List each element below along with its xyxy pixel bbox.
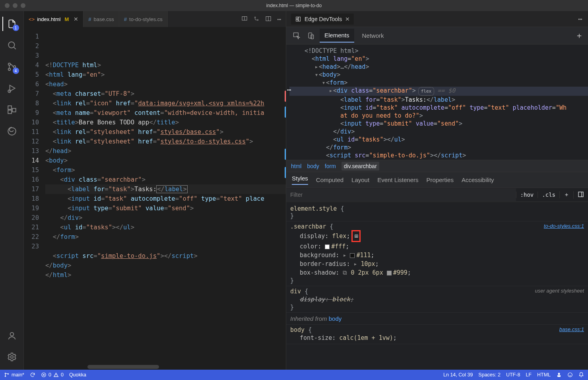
dom-node[interactable]: ▾<body> xyxy=(289,71,588,79)
run-debug-icon[interactable] xyxy=(2,79,21,98)
styles-tabbar: StylesComputedLayoutEvent ListenersPrope… xyxy=(286,172,588,188)
styles-tab[interactable]: Accessibility xyxy=(462,176,494,183)
dom-node[interactable]: at do you need to do?"> xyxy=(289,112,588,120)
source-control-icon[interactable]: 4 xyxy=(2,57,21,76)
split-editor-icon[interactable] xyxy=(265,16,272,23)
notifications-icon[interactable] xyxy=(578,372,584,378)
language-mode[interactable]: HTML xyxy=(537,372,551,378)
accounts-icon[interactable] xyxy=(2,326,21,345)
devtools-panel: Edge DevTools ✕ ⋯ Elements Network ＋ <!D… xyxy=(286,11,588,370)
cls-toggle[interactable]: .cls xyxy=(538,192,559,198)
inherited-from: Inherited from body xyxy=(286,313,588,325)
titlebar: index.html — simple-to-do xyxy=(0,0,588,11)
compare-changes-icon[interactable] xyxy=(253,16,260,23)
dom-node[interactable]: <label for="task">Tasks:</label> xyxy=(289,96,588,104)
code-editor[interactable]: 1234567891011121314151617181920212223 <!… xyxy=(24,27,286,365)
scm-badge: 4 xyxy=(13,68,19,74)
sync-icon[interactable] xyxy=(30,372,35,378)
explorer-badge: 1 xyxy=(13,25,19,31)
window-controls[interactable] xyxy=(5,3,25,8)
svg-point-2 xyxy=(8,68,10,70)
breadcrumb-item[interactable]: form xyxy=(325,163,336,169)
styles-filter-bar: :hov .cls ＋ xyxy=(286,188,588,202)
styles-tab[interactable]: Styles xyxy=(292,175,308,185)
svg-rect-15 xyxy=(296,19,298,21)
svg-rect-20 xyxy=(578,192,583,197)
dom-node[interactable]: <input id="task" autocomplete="off" type… xyxy=(289,104,588,112)
styles-tab[interactable]: Properties xyxy=(427,176,454,183)
eol[interactable]: LF xyxy=(526,372,532,378)
inspect-element-icon[interactable] xyxy=(291,30,302,41)
css-rule[interactable]: element.style {} xyxy=(286,204,588,221)
dom-node[interactable]: <ul id="tasks"></ul> xyxy=(289,136,588,143)
device-emulation-icon[interactable] xyxy=(305,30,316,41)
editor-tabbar: <>index.htmlM✕#base.css#to-do-styles.cs … xyxy=(24,11,286,27)
svg-rect-14 xyxy=(296,17,298,19)
encoding[interactable]: UTF-8 xyxy=(506,372,520,378)
explorer-icon[interactable]: 1 xyxy=(2,14,21,33)
breadcrumb-item[interactable]: body xyxy=(307,163,319,169)
dom-node[interactable]: ▾<form> xyxy=(289,79,588,87)
dom-node[interactable]: <!-- Inserted by Reload --> xyxy=(289,159,588,160)
editor-tab[interactable]: <>index.htmlM✕ xyxy=(24,11,83,27)
zoom-window[interactable] xyxy=(21,3,25,8)
feedback-icon[interactable] xyxy=(567,372,573,378)
dom-node[interactable]: ▸<head>…</head> xyxy=(289,63,588,71)
css-rule[interactable]: user agent stylesheetdiv {display: block… xyxy=(286,286,588,313)
breadcrumb-item[interactable]: html xyxy=(291,163,301,169)
horizontal-scrollbar[interactable] xyxy=(24,365,286,370)
open-preview-icon[interactable] xyxy=(241,16,248,23)
devtools-tab[interactable]: Edge DevTools ✕ xyxy=(291,14,354,25)
dom-breadcrumb[interactable]: htmlbodyformdiv.searchbar xyxy=(286,160,588,172)
svg-rect-5 xyxy=(8,106,12,109)
editor-group: <>index.htmlM✕#base.css#to-do-styles.cs … xyxy=(24,11,286,370)
css-rule[interactable]: to-do-styles.css:1.searchbar {display: f… xyxy=(286,221,588,286)
edge-tools-icon[interactable] xyxy=(2,122,21,141)
dom-node[interactable]: </div> xyxy=(289,128,588,136)
cursor-position[interactable]: Ln 14, Col 39 xyxy=(443,372,473,378)
hov-toggle[interactable]: :hov xyxy=(516,192,538,198)
quokka-status[interactable]: Quokka xyxy=(69,372,86,378)
more-actions-icon[interactable]: ⋯ xyxy=(277,16,281,23)
tab-elements[interactable]: Elements xyxy=(320,29,354,43)
close-icon[interactable]: ✕ xyxy=(345,16,350,22)
problems[interactable]: 0 0 xyxy=(41,372,64,378)
close-icon[interactable]: ✕ xyxy=(74,16,78,22)
styles-filter-input[interactable] xyxy=(286,188,516,201)
dom-tree[interactable]: <!DOCTYPE html><html lang="en">▸<head>…<… xyxy=(286,45,588,160)
close-window[interactable] xyxy=(5,3,10,8)
search-icon[interactable] xyxy=(2,36,21,55)
dom-node[interactable]: ▸<div class="searchbar">flex== $0 xyxy=(289,87,588,96)
svg-point-23 xyxy=(8,374,8,374)
css-rule[interactable]: base.css:1body {font-size: calc(1em + 1v… xyxy=(286,325,588,344)
dom-node[interactable]: <!DOCTYPE html> xyxy=(289,47,588,55)
styles-tab[interactable]: Layout xyxy=(351,176,369,183)
dom-node[interactable]: <input type="submit" value="send"> xyxy=(289,120,588,128)
settings-gear-icon[interactable] xyxy=(2,347,21,366)
panel-more-icon[interactable]: ⋯ xyxy=(578,15,583,23)
dom-node[interactable]: </form> xyxy=(289,143,588,151)
git-branch[interactable]: main* xyxy=(4,372,24,378)
styles-tab[interactable]: Event Listeners xyxy=(377,176,418,183)
add-tab-icon[interactable]: ＋ xyxy=(575,30,583,41)
editor-tab[interactable]: #base.css xyxy=(83,11,119,27)
copilot-icon[interactable] xyxy=(556,372,562,378)
svg-point-0 xyxy=(8,42,14,48)
flexbox-editor-icon[interactable]: ⊞ xyxy=(351,230,361,242)
styles-tab[interactable]: Computed xyxy=(316,176,343,183)
svg-rect-16 xyxy=(299,17,301,21)
minimize-window[interactable] xyxy=(13,3,17,8)
styles-pane[interactable]: element.style {}to-do-styles.css:1.searc… xyxy=(286,202,588,370)
breadcrumb-item[interactable]: div.searchbar xyxy=(342,162,379,171)
svg-point-9 xyxy=(10,356,13,359)
editor-tab[interactable]: #to-do-styles.cs xyxy=(119,11,168,27)
dom-node[interactable]: <html lang="en"> xyxy=(289,55,588,63)
devtools-toolbar: Elements Network ＋ xyxy=(286,27,588,45)
indentation[interactable]: Spaces: 2 xyxy=(478,372,501,378)
computed-sidebar-icon[interactable] xyxy=(573,191,588,199)
new-style-rule-icon[interactable]: ＋ xyxy=(559,191,573,198)
dom-node[interactable]: <script src="simple-to-do.js"></script> xyxy=(289,151,588,159)
tab-network[interactable]: Network xyxy=(357,29,389,42)
svg-rect-6 xyxy=(8,110,12,114)
extensions-icon[interactable] xyxy=(2,100,21,119)
